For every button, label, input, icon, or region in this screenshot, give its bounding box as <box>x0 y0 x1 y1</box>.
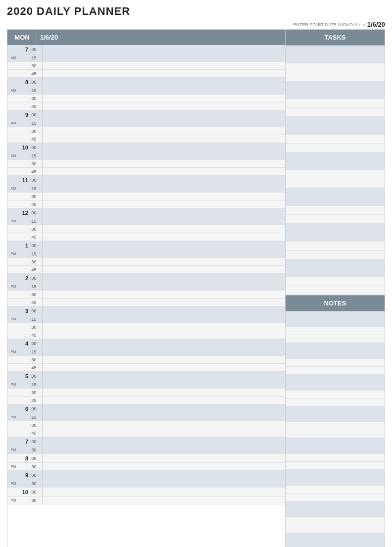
note-row[interactable] <box>286 343 385 351</box>
time-row[interactable]: PM:15 <box>7 315 285 323</box>
time-row[interactable]: 9:00 <box>7 110 285 119</box>
time-row[interactable]: :45 <box>7 233 285 241</box>
note-row[interactable] <box>286 430 385 438</box>
task-row[interactable] <box>286 215 385 224</box>
time-row[interactable]: :30 <box>7 421 285 429</box>
note-row[interactable] <box>286 391 385 398</box>
time-row[interactable]: :30 <box>7 193 285 200</box>
event-cell[interactable] <box>42 70 285 77</box>
task-row[interactable] <box>286 152 385 161</box>
event-cell[interactable] <box>42 381 285 388</box>
event-cell[interactable] <box>42 258 285 265</box>
event-cell[interactable] <box>42 217 285 225</box>
time-row[interactable]: 1:00 <box>7 241 285 250</box>
event-cell[interactable] <box>42 45 285 53</box>
task-row[interactable] <box>286 126 385 135</box>
note-row[interactable] <box>286 311 385 319</box>
event-cell[interactable] <box>42 225 285 233</box>
note-row[interactable] <box>286 327 385 335</box>
time-row[interactable]: :45 <box>7 135 285 143</box>
task-row[interactable] <box>286 268 385 277</box>
note-row[interactable] <box>286 422 385 430</box>
event-cell[interactable] <box>42 463 285 470</box>
time-row[interactable]: :45 <box>7 102 285 110</box>
time-row[interactable]: 6:00 <box>7 404 285 413</box>
event-cell[interactable] <box>42 87 285 94</box>
event-cell[interactable] <box>42 306 285 315</box>
event-cell[interactable] <box>42 62 285 69</box>
time-row[interactable]: PM:15 <box>7 217 285 225</box>
time-row[interactable]: :30 <box>7 258 285 266</box>
task-row[interactable] <box>286 90 385 99</box>
task-row[interactable] <box>286 277 385 286</box>
time-row[interactable]: :30 <box>7 160 285 168</box>
time-row[interactable]: 7:00 <box>7 437 285 446</box>
time-row[interactable]: 12:00 <box>7 208 285 217</box>
time-row[interactable]: PM:15 <box>7 250 285 258</box>
time-row[interactable]: AM:15 <box>7 185 285 193</box>
time-row[interactable]: 4:00 <box>7 339 285 348</box>
event-cell[interactable] <box>42 497 285 504</box>
note-row[interactable] <box>286 398 385 406</box>
event-cell[interactable] <box>42 160 285 167</box>
event-cell[interactable] <box>42 488 285 496</box>
event-cell[interactable] <box>42 95 285 102</box>
time-row[interactable]: :45 <box>7 168 285 176</box>
event-cell[interactable] <box>42 315 285 323</box>
note-row[interactable] <box>286 478 385 486</box>
time-row[interactable]: :45 <box>7 298 285 306</box>
time-row[interactable]: PM:30 <box>7 463 285 471</box>
task-row[interactable] <box>286 170 385 179</box>
task-row[interactable] <box>286 108 385 117</box>
time-row[interactable]: PM:15 <box>7 413 285 421</box>
note-row[interactable] <box>286 533 385 541</box>
time-row[interactable]: PM:30 <box>7 446 285 454</box>
time-row[interactable]: :30 <box>7 62 285 70</box>
event-cell[interactable] <box>42 110 285 119</box>
event-cell[interactable] <box>42 446 285 453</box>
event-cell[interactable] <box>42 298 285 306</box>
time-row[interactable]: :45 <box>7 429 285 437</box>
event-cell[interactable] <box>42 127 285 135</box>
event-cell[interactable] <box>42 185 285 192</box>
note-row[interactable] <box>286 438 385 446</box>
event-cell[interactable] <box>42 291 285 298</box>
event-cell[interactable] <box>42 372 285 380</box>
time-row[interactable]: :30 <box>7 356 285 364</box>
time-row[interactable]: :30 <box>7 389 285 397</box>
note-row[interactable] <box>286 541 385 547</box>
time-row[interactable]: 2:00 <box>7 274 285 283</box>
note-row[interactable] <box>286 414 385 422</box>
event-cell[interactable] <box>42 143 285 151</box>
time-row[interactable]: 7:00 <box>7 45 285 54</box>
task-row[interactable] <box>286 179 385 188</box>
task-row[interactable] <box>286 233 385 242</box>
event-cell[interactable] <box>42 274 285 282</box>
time-row[interactable]: :45 <box>7 364 285 372</box>
event-cell[interactable] <box>42 480 285 487</box>
time-row[interactable]: AM:15 <box>7 87 285 95</box>
time-row[interactable]: :30 <box>7 127 285 135</box>
note-row[interactable] <box>286 446 385 454</box>
event-cell[interactable] <box>42 176 285 184</box>
event-cell[interactable] <box>42 471 285 479</box>
time-row[interactable]: :45 <box>7 331 285 339</box>
task-row[interactable] <box>286 197 385 206</box>
time-row[interactable]: AM:15 <box>7 54 285 62</box>
note-row[interactable] <box>286 375 385 383</box>
event-cell[interactable] <box>42 348 285 355</box>
note-row[interactable] <box>286 525 385 533</box>
time-row[interactable]: PM:30 <box>7 480 285 488</box>
time-row[interactable]: :30 <box>7 323 285 331</box>
event-cell[interactable] <box>42 208 285 217</box>
event-cell[interactable] <box>42 404 285 413</box>
event-cell[interactable] <box>42 364 285 371</box>
event-cell[interactable] <box>42 102 285 110</box>
event-cell[interactable] <box>42 397 285 404</box>
event-cell[interactable] <box>42 356 285 363</box>
event-cell[interactable] <box>42 429 285 437</box>
time-row[interactable]: AM:15 <box>7 119 285 127</box>
time-row[interactable]: AM:15 <box>7 152 285 160</box>
event-cell[interactable] <box>42 200 285 208</box>
time-row[interactable]: 9:00 <box>7 471 285 480</box>
